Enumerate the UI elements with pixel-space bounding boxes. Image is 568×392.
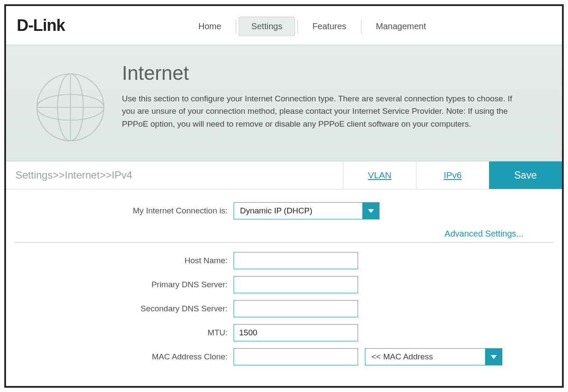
select-mac-address[interactable]: << MAC Address xyxy=(365,348,502,365)
input-mtu[interactable] xyxy=(234,324,358,341)
brand-logo: D-Link xyxy=(17,16,65,35)
row-mtu: MTU: xyxy=(15,324,553,341)
label-host-name: Host Name: xyxy=(15,256,234,265)
nav-features[interactable]: Features xyxy=(301,17,358,36)
save-button[interactable]: Save xyxy=(489,161,562,189)
advanced-settings-row: Advanced Settings... xyxy=(15,226,553,243)
select-connection-value: Dynamic IP (DHCP) xyxy=(234,202,362,219)
label-mac-clone: MAC Address Clone: xyxy=(15,352,234,362)
label-mtu: MTU: xyxy=(15,328,234,337)
tab-ipv6[interactable]: IPv6 xyxy=(416,161,489,189)
tab-vlan[interactable]: VLAN xyxy=(343,161,416,189)
row-primary-dns: Primary DNS Server: xyxy=(15,276,553,293)
input-primary-dns[interactable] xyxy=(234,276,358,293)
page-header-band: Internet Use this section to configure y… xyxy=(6,45,562,161)
select-mac-value: << MAC Address xyxy=(365,348,485,365)
nav-home[interactable]: Home xyxy=(186,17,233,36)
row-host-name: Host Name: xyxy=(15,252,553,269)
nav-separator xyxy=(298,20,298,33)
input-mac-clone[interactable] xyxy=(234,348,358,365)
breadcrumb: Settings>>Internet>>IPv4 xyxy=(6,161,343,189)
label-primary-dns: Primary DNS Server: xyxy=(15,280,234,289)
main-nav: Home Settings Features Management xyxy=(186,17,438,36)
nav-separator xyxy=(361,20,361,33)
row-secondary-dns: Secondary DNS Server: xyxy=(15,300,553,317)
label-connection-type: My Internet Connection is: xyxy=(15,206,234,216)
nav-management[interactable]: Management xyxy=(364,17,438,36)
top-bar: D-Link Home Settings Features Management xyxy=(6,6,562,45)
input-host-name[interactable] xyxy=(234,252,358,269)
app-frame: D-Link Home Settings Features Management xyxy=(4,4,564,388)
input-secondary-dns[interactable] xyxy=(234,300,358,317)
advanced-settings-link[interactable]: Advanced Settings... xyxy=(445,229,523,239)
page-title: Internet xyxy=(122,61,519,85)
chevron-down-icon[interactable] xyxy=(362,202,380,219)
select-connection-type[interactable]: Dynamic IP (DHCP) xyxy=(234,202,380,219)
nav-separator xyxy=(236,20,236,33)
row-mac-clone: MAC Address Clone: << MAC Address xyxy=(15,348,553,365)
breadcrumb-row: Settings>>Internet>>IPv4 VLAN IPv6 Save xyxy=(6,161,562,189)
form-area: My Internet Connection is: Dynamic IP (D… xyxy=(6,189,562,381)
nav-settings[interactable]: Settings xyxy=(239,17,295,36)
row-connection-type: My Internet Connection is: Dynamic IP (D… xyxy=(15,202,553,219)
globe-icon-wrap xyxy=(19,58,122,144)
label-secondary-dns: Secondary DNS Server: xyxy=(15,304,234,313)
chevron-down-icon[interactable] xyxy=(485,348,502,365)
globe-icon xyxy=(34,71,107,144)
page-header-text: Internet Use this section to configure y… xyxy=(122,58,545,130)
page-description: Use this section to configure your Inter… xyxy=(122,92,519,130)
